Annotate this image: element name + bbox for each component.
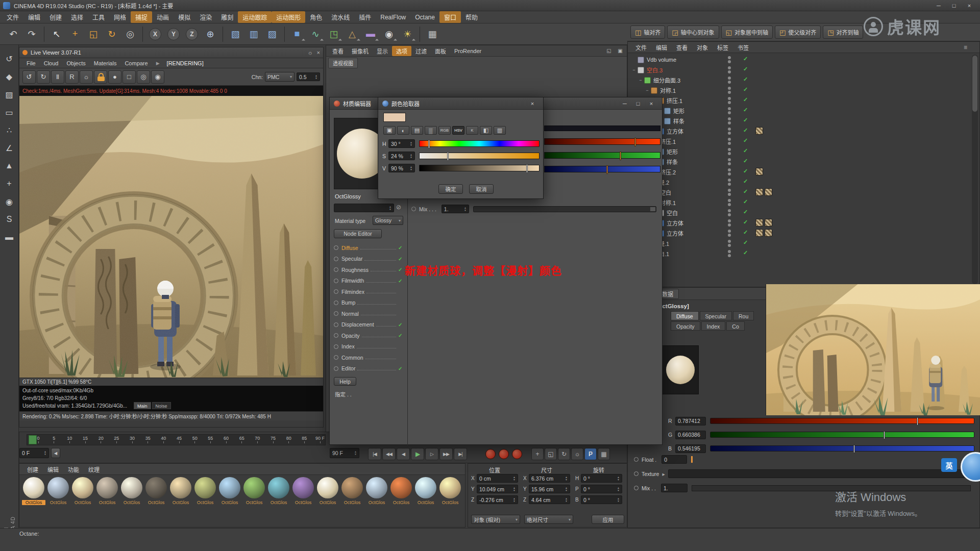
visibility-dot-render[interactable] <box>728 81 731 84</box>
menu-帮助[interactable]: 帮助 <box>461 11 482 23</box>
visibility-dots[interactable] <box>728 240 731 247</box>
timeline-ruler[interactable]: 051015202530354045505560657075808590 F <box>27 434 326 445</box>
spinner-arrows[interactable]: ▲▼ <box>315 74 317 80</box>
visibility-dot-editor[interactable] <box>728 219 731 222</box>
visibility-dots[interactable] <box>728 138 731 145</box>
spinner-arrows[interactable]: ▲▼ <box>410 141 412 146</box>
align-button-使父级对齐[interactable]: ◰使父级对齐 <box>775 26 821 39</box>
lock-x-axis-icon[interactable]: X <box>146 25 164 43</box>
render-settings-icon[interactable]: ▨ <box>263 25 281 43</box>
visibility-dot-editor[interactable] <box>728 97 731 100</box>
spin-down[interactable]: ▼ <box>410 144 412 146</box>
enable-check-icon[interactable]: ✓ <box>743 127 748 134</box>
render-region-icon[interactable]: □ <box>122 70 136 84</box>
record-parameter-toggle[interactable]: ☼ <box>571 448 583 460</box>
render-picture-viewer-icon[interactable]: ▥ <box>244 25 263 43</box>
spin-down[interactable]: ▼ <box>617 500 620 503</box>
visibility-dot-render[interactable] <box>728 183 731 186</box>
slider-value-field[interactable]: 90 %▲▼ <box>388 164 415 172</box>
align-button-对象居中到轴[interactable]: ◱对象居中到轴 <box>721 26 773 39</box>
visibility-dot-render[interactable] <box>728 172 731 176</box>
viewport-maximize-icon[interactable]: ▣ <box>616 47 625 55</box>
picker-mode-▥[interactable]: ▥ <box>494 126 506 135</box>
picker-mode-HSV[interactable]: HSV <box>452 126 464 135</box>
spline-pen-icon[interactable]: ∿ <box>306 25 325 43</box>
visibility-dots[interactable] <box>728 87 731 94</box>
texture-tag-icon[interactable] <box>755 188 763 196</box>
object-row-挤压.1[interactable]: −挤压.1✓ <box>628 95 979 106</box>
spinner-arrows[interactable]: ▲▼ <box>565 497 568 503</box>
record-rotation-toggle[interactable]: ↻ <box>558 448 570 460</box>
visibility-dot-editor[interactable] <box>728 107 731 110</box>
channel-checkbox[interactable] <box>334 289 338 294</box>
visibility-dots[interactable] <box>728 56 731 63</box>
visibility-dot-render[interactable] <box>728 234 731 237</box>
texture-tag-icon[interactable] <box>765 229 772 237</box>
channel-Filmindex[interactable]: Filmindex <box>334 286 404 297</box>
viewport-menu-ProRender[interactable]: ProRender <box>450 47 485 55</box>
texture-tag-icon[interactable] <box>765 219 772 227</box>
timeline-end-field[interactable]: 90 F ▲▼ <box>330 448 359 458</box>
polygons-mode-icon[interactable]: ▲ <box>2 158 17 173</box>
cancel-button[interactable]: 取消 <box>469 184 494 194</box>
material-item-6[interactable]: OctGlos <box>168 477 193 505</box>
material-sphere[interactable] <box>121 477 142 498</box>
align-button-轴对齐[interactable]: ◫轴对齐 <box>630 26 665 39</box>
position-mode-dropdown[interactable]: 对象 (相对)▾ <box>471 515 520 524</box>
scale-tool-icon[interactable]: ◱ <box>84 25 103 43</box>
slider-track-H[interactable] <box>419 140 540 147</box>
texture-tag-icon[interactable] <box>755 168 763 176</box>
spinner-arrows[interactable]: ▲▼ <box>513 476 516 481</box>
autokeying-button[interactable] <box>499 449 509 459</box>
slider-marker[interactable] <box>428 140 430 148</box>
edges-mode-icon[interactable]: ∠ <box>2 140 17 156</box>
lv-menu-file[interactable]: File <box>22 59 40 67</box>
channel-Bump[interactable]: Bump <box>334 297 404 309</box>
color-picker-titlebar[interactable]: 颜色拾取器 × <box>378 97 543 110</box>
material-item-10[interactable]: OctGlos <box>266 477 291 505</box>
menu-编辑[interactable]: 编辑 <box>23 11 45 23</box>
menu-文件[interactable]: 文件 <box>2 11 23 23</box>
om-menu-对象[interactable]: 对象 <box>692 42 713 53</box>
tab-Co[interactable]: Co <box>726 321 744 331</box>
viewport-menu-过滤[interactable]: 过滤 <box>411 46 431 56</box>
material-menu-功能[interactable]: 功能 <box>63 464 84 474</box>
record-position-toggle[interactable]: + <box>531 448 544 460</box>
scrollbar-thumb[interactable] <box>972 56 977 112</box>
visibility-dots[interactable] <box>728 148 731 155</box>
visibility-dot-render[interactable] <box>728 213 731 216</box>
visibility-dot-render[interactable] <box>728 244 731 247</box>
material-item-16[interactable]: OctGlos <box>413 477 438 505</box>
viewport-menu-显示[interactable]: 显示 <box>373 46 392 56</box>
visibility-dot-editor[interactable] <box>728 240 731 243</box>
material-sphere[interactable] <box>170 477 191 498</box>
channel-checkbox[interactable] <box>334 311 338 316</box>
spinner-arrows[interactable]: ▲▼ <box>44 450 46 456</box>
visibility-dot-render[interactable] <box>728 193 731 196</box>
material-sphere[interactable] <box>317 477 338 498</box>
spinner-arrows[interactable]: ▲▼ <box>617 497 620 503</box>
previous-key-button[interactable]: ◀◀ <box>382 448 396 460</box>
material-item-2[interactable]: OctGlos <box>70 477 95 505</box>
render-preview-image[interactable] <box>766 284 980 415</box>
visibility-dots[interactable] <box>728 209 731 216</box>
chn-dropdown[interactable]: PMC▾ <box>265 72 295 82</box>
material-preview-icon[interactable]: ● <box>108 70 121 84</box>
visibility-dots[interactable] <box>728 189 731 196</box>
rotate-tool-icon[interactable]: ↻ <box>103 25 121 43</box>
visibility-dot-render[interactable] <box>728 70 731 73</box>
material-item-4[interactable]: OctGlos <box>119 477 144 505</box>
partial-color-slider[interactable] <box>544 166 660 172</box>
channel-slider[interactable] <box>710 418 974 424</box>
visibility-dot-render[interactable] <box>728 152 731 155</box>
visibility-dot-render[interactable] <box>728 101 731 104</box>
snap-icon[interactable]: S <box>2 212 17 227</box>
channel-Editor[interactable]: Editor✓ <box>334 363 404 374</box>
settings-icon[interactable]: ☼ <box>307 49 312 56</box>
size-mode-dropdown[interactable]: 绝对尺寸▾ <box>524 515 573 524</box>
channel-Common[interactable]: Common <box>334 352 404 363</box>
object-row-细分曲面.3[interactable]: −细分曲面.3✓ <box>628 75 979 85</box>
menu-创建[interactable]: 创建 <box>45 11 66 23</box>
visibility-dot-editor[interactable] <box>728 138 731 141</box>
object-row-挤压.2[interactable]: 挤压.2✓ <box>628 167 979 177</box>
